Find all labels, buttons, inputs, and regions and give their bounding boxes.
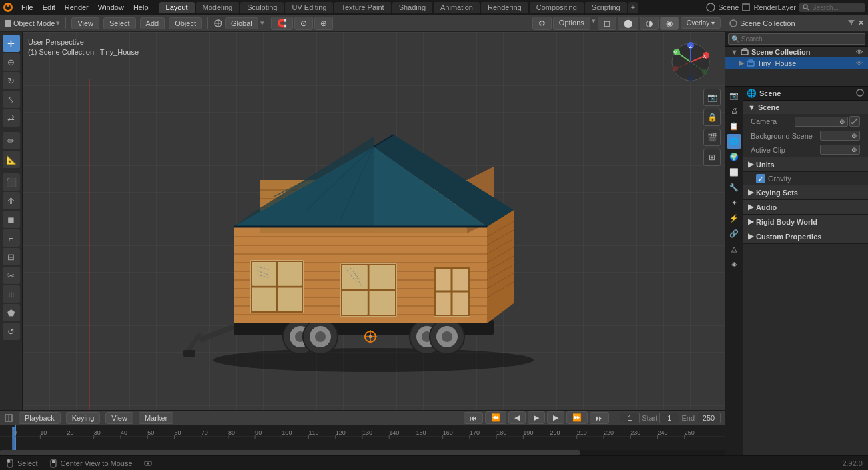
snap-btn[interactable]: 🧲	[271, 17, 293, 30]
bg-scene-picker[interactable]: ⊙	[851, 132, 857, 139]
play-btn[interactable]: ▶	[528, 411, 545, 424]
tab-shading[interactable]: Shading	[392, 2, 432, 13]
prev-keyframe-btn[interactable]: ⏪	[485, 411, 506, 424]
tool-spin[interactable]: ↺	[3, 323, 20, 340]
outliner-eye-icon[interactable]: 👁	[856, 49, 863, 56]
menu-help[interactable]: Help	[129, 2, 153, 13]
timeline-track[interactable]: 0 10 20 30 40 50 60 70 80 90 100 110	[0, 425, 725, 455]
prop-world-icon[interactable]: 🌍	[727, 149, 741, 164]
playback-menu[interactable]: Playback	[19, 412, 61, 424]
jump-end-btn[interactable]: ⏭	[590, 412, 609, 424]
prop-physics-icon[interactable]: ⚡	[727, 211, 741, 225]
mode-selector[interactable]: Object Mode ▾	[4, 19, 60, 27]
gizmo-btn[interactable]: ⚙	[532, 17, 552, 30]
tab-modeling[interactable]: Modeling	[196, 2, 240, 13]
viewport-shading-solid[interactable]: ⬤	[618, 17, 638, 30]
viewport-3d[interactable]: User Perspective (1) Scene Collection | …	[23, 32, 725, 410]
tab-texture-paint[interactable]: Texture Paint	[334, 2, 390, 13]
tiny-house-eye-icon[interactable]: 👁	[856, 59, 863, 67]
tab-rendering[interactable]: Rendering	[481, 2, 528, 13]
prop-modifier-icon[interactable]: 🔧	[727, 180, 741, 195]
camera-value[interactable]: ⊙	[795, 117, 848, 127]
section-keying-sets-header[interactable]: ▶ Keying Sets	[743, 185, 868, 199]
outliner-tiny-house[interactable]: ▶ Tiny_House 👁	[725, 57, 868, 69]
object-menu-btn[interactable]: Object	[169, 17, 202, 29]
jump-start-btn[interactable]: ⏮	[464, 412, 483, 424]
outliner-search-input[interactable]	[728, 33, 865, 45]
tab-animation[interactable]: Animation	[434, 2, 480, 13]
viewport-shading-wire[interactable]: ◻	[598, 17, 616, 30]
marker-menu[interactable]: Marker	[139, 412, 173, 424]
tool-scale[interactable]: ⤡	[3, 91, 20, 108]
proportional-edit-btn[interactable]: ⊙	[294, 17, 313, 30]
prop-object-icon[interactable]: ⬜	[727, 165, 741, 179]
active-clip-value[interactable]: ⊙	[820, 145, 860, 155]
view-menu-btn[interactable]: View	[71, 17, 99, 29]
keying-menu[interactable]: Keying	[66, 412, 101, 424]
menu-edit[interactable]: Edit	[39, 2, 59, 13]
end-frame-input[interactable]: 250	[697, 413, 721, 423]
prop-view-layer-icon[interactable]: 📋	[727, 119, 741, 133]
section-scene-header[interactable]: ▼ Scene	[743, 101, 868, 114]
section-custom-props-header[interactable]: ▶ Custom Properties	[743, 229, 868, 243]
tool-add-cube[interactable]: ⬛	[3, 173, 20, 191]
start-frame-input[interactable]: 1	[659, 413, 679, 423]
viewport-shading-rendered[interactable]: ◉	[660, 17, 679, 30]
select-menu-btn[interactable]: Select	[103, 17, 136, 29]
menu-window[interactable]: Window	[94, 2, 128, 13]
tool-move[interactable]: ⊕	[3, 53, 20, 71]
prop-scene-icon[interactable]: 🌐	[727, 134, 741, 149]
tool-inset[interactable]: ◼	[3, 211, 20, 228]
tab-layout[interactable]: Layout	[159, 2, 195, 13]
tool-bevel[interactable]: ⌐	[3, 229, 20, 247]
prop-material-icon[interactable]: ◈	[727, 257, 741, 271]
gravity-checkbox[interactable]: ✓	[756, 174, 765, 183]
toggle-camera-view[interactable]: 📷	[703, 89, 721, 106]
tool-knife[interactable]: ✂	[3, 267, 20, 284]
prop-constraints-icon[interactable]: 🔗	[727, 226, 741, 241]
viewport-shading-material[interactable]: ◑	[640, 17, 659, 30]
prop-render-icon[interactable]: 📷	[727, 88, 741, 103]
properties-pin-btn[interactable]	[856, 89, 864, 98]
current-frame-input[interactable]: 1	[620, 413, 640, 423]
next-keyframe-btn[interactable]: ⏩	[566, 411, 588, 424]
tool-transform[interactable]: ⇄	[3, 109, 20, 127]
camera-picker-icon[interactable]: ⊙	[839, 118, 845, 125]
toggle-grid[interactable]: ⊞	[703, 149, 721, 166]
add-menu-btn[interactable]: Add	[140, 17, 165, 29]
section-audio-header[interactable]: ▶ Audio	[743, 200, 868, 214]
tool-bisect[interactable]: ⎅	[3, 285, 20, 303]
active-clip-picker[interactable]: ⊙	[851, 146, 857, 153]
tool-cursor[interactable]: ✛	[3, 35, 20, 52]
prev-frame-btn[interactable]: ◀	[508, 411, 526, 424]
bg-scene-value[interactable]: ⊙	[820, 131, 860, 141]
outliner-scene-collection[interactable]: ▼ Scene Collection 👁	[725, 47, 868, 57]
tab-compositing[interactable]: Compositing	[530, 2, 584, 13]
tool-rotate[interactable]: ↻	[3, 72, 20, 89]
prop-particles-icon[interactable]: ✦	[727, 195, 741, 210]
axis-gizmo[interactable]: X Y Z	[667, 39, 714, 85]
timeline-view-menu[interactable]: View	[105, 412, 133, 424]
prop-output-icon[interactable]: 🖨	[727, 103, 741, 118]
options-btn[interactable]: Options	[553, 17, 590, 30]
tool-annotate[interactable]: ✏	[3, 132, 20, 149]
timeline-scrollbar[interactable]	[0, 450, 725, 455]
search-box[interactable]: Search...	[799, 3, 865, 12]
tool-loop-cut[interactable]: ⊟	[3, 248, 20, 265]
prop-data-icon[interactable]: △	[727, 241, 741, 256]
tab-sculpting[interactable]: Sculpting	[240, 2, 284, 13]
outliner-filter-btn[interactable]	[847, 19, 855, 28]
tab-scripting[interactable]: Scripting	[585, 2, 627, 13]
tab-uv-editing[interactable]: UV Editing	[285, 2, 333, 13]
overlay-btn[interactable]: Overlay ▾	[681, 17, 721, 29]
camera-edit-btn[interactable]	[849, 116, 860, 127]
tab-add[interactable]: +	[628, 2, 638, 13]
menu-render[interactable]: Render	[61, 2, 93, 13]
toggle-lock[interactable]: 🔒	[703, 109, 721, 126]
transform-pivot-btn[interactable]: ⊕	[314, 17, 333, 30]
tool-poly-build[interactable]: ⬟	[3, 304, 20, 321]
transform-space[interactable]: Global	[225, 17, 258, 29]
menu-file[interactable]: File	[17, 2, 37, 13]
section-rigid-body-header[interactable]: ▶ Rigid Body World	[743, 215, 868, 229]
tool-extrude[interactable]: ⟰	[3, 192, 20, 209]
